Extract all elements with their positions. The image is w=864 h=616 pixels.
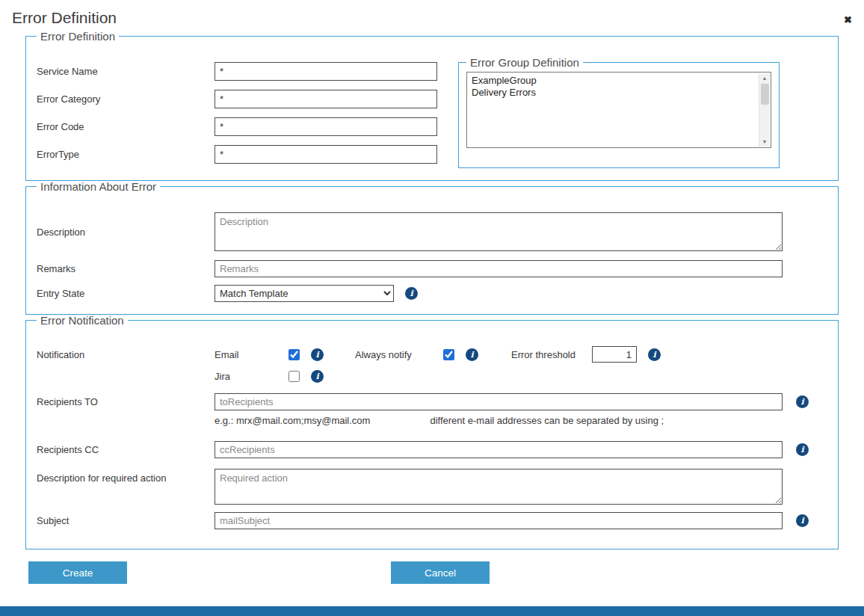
- action-buttons: Create Cancel: [28, 561, 839, 584]
- required-action-row: Description for required action: [35, 469, 829, 505]
- jira-info-icon[interactable]: i: [311, 370, 324, 383]
- subject-info-icon[interactable]: i: [796, 514, 809, 527]
- scroll-down-icon[interactable]: ▼: [759, 137, 770, 147]
- error-code-label: Error Code: [35, 121, 215, 132]
- required-action-textarea[interactable]: [215, 469, 783, 505]
- create-button[interactable]: Create: [28, 561, 127, 584]
- error-definition-form: Error Definition Service Name Error Cate…: [25, 30, 839, 584]
- section-error-definition-legend: Error Definition: [37, 30, 119, 43]
- recipients-cc-label: Recipients CC: [35, 444, 215, 455]
- error-type-row: ErrorType: [35, 145, 448, 164]
- remarks-label: Remarks: [35, 263, 215, 274]
- close-icon[interactable]: ✖: [844, 15, 852, 25]
- list-item[interactable]: Delivery Errors: [472, 87, 754, 99]
- entry-state-select[interactable]: Match Template: [215, 285, 394, 302]
- jira-checkbox[interactable]: [288, 371, 300, 382]
- footer-bar: [0, 606, 864, 616]
- email-hint-note: different e-mail addresses can be separa…: [430, 415, 664, 426]
- scrollbar-thumb[interactable]: [761, 84, 769, 105]
- notification-label: Notification: [35, 349, 215, 360]
- email-label: Email: [215, 349, 288, 360]
- error-code-input[interactable]: [215, 117, 437, 136]
- page-title: Error Definition: [12, 9, 117, 27]
- error-group-definition-legend: Error Group Definition: [466, 56, 583, 69]
- section-error-definition: Error Definition Service Name Error Cate…: [25, 30, 839, 181]
- error-category-row: Error Category: [35, 90, 448, 108]
- cancel-button[interactable]: Cancel: [391, 561, 490, 584]
- error-type-input[interactable]: [215, 145, 437, 164]
- error-category-label: Error Category: [35, 93, 215, 105]
- error-threshold-info-icon[interactable]: i: [648, 348, 661, 361]
- recipients-cc-input[interactable]: [215, 441, 783, 458]
- service-name-input[interactable]: [215, 62, 437, 81]
- remarks-row: Remarks: [35, 260, 829, 277]
- email-hint-example: e.g.: mrx@mail.com;msy@mail.com: [215, 415, 370, 426]
- error-type-label: ErrorType: [35, 149, 215, 160]
- email-info-icon[interactable]: i: [311, 348, 324, 361]
- subject-input[interactable]: [215, 512, 783, 529]
- section-information-legend: Information About Error: [37, 180, 160, 193]
- section-information-about-error: Information About Error Description Rema…: [25, 180, 839, 315]
- error-code-row: Error Code: [35, 117, 448, 136]
- section-notification-legend: Error Notification: [37, 314, 128, 327]
- entry-state-info-icon[interactable]: i: [405, 287, 418, 300]
- recipients-to-label: Recipients TO: [35, 396, 215, 407]
- list-item[interactable]: ExampleGroup: [472, 75, 754, 87]
- recipients-cc-info-icon[interactable]: i: [796, 443, 809, 456]
- dialog-header: Error Definition ✖: [0, 0, 864, 30]
- listbox-scrollbar[interactable]: ▲ ▼: [759, 73, 770, 147]
- always-notify-checkbox[interactable]: [443, 349, 454, 360]
- description-row: Description: [35, 212, 829, 251]
- error-category-input[interactable]: [215, 90, 437, 108]
- jira-label: Jira: [215, 371, 288, 382]
- always-notify-info-icon[interactable]: i: [466, 348, 478, 361]
- subject-row: Subject i: [35, 512, 829, 529]
- entry-state-label: Entry State: [35, 288, 215, 299]
- scroll-up-icon[interactable]: ▲: [759, 73, 770, 83]
- error-group-definition-fieldset: Error Group Definition ExampleGroup Deli…: [458, 56, 780, 168]
- email-hint-row: e.g.: mrx@mail.com;msy@mail.com differen…: [35, 415, 829, 426]
- error-threshold-input[interactable]: [592, 346, 637, 363]
- subject-label: Subject: [35, 515, 215, 526]
- recipients-to-info-icon[interactable]: i: [796, 395, 809, 408]
- error-group-listbox[interactable]: ExampleGroup Delivery Errors ▲ ▼: [466, 72, 771, 148]
- description-label: Description: [35, 227, 215, 238]
- required-action-label: Description for required action: [35, 469, 215, 484]
- notification-row: Notification Email i Always notify i Err…: [35, 346, 829, 363]
- description-textarea[interactable]: [215, 212, 783, 251]
- section-error-notification: Error Notification Notification Email i …: [25, 314, 839, 549]
- service-name-label: Service Name: [35, 66, 215, 77]
- error-threshold-label: Error threshold: [511, 349, 576, 360]
- recipients-to-row: Recipients TO i: [35, 393, 829, 410]
- always-notify-label: Always notify: [355, 349, 443, 360]
- recipients-cc-row: Recipients CC i: [35, 441, 829, 458]
- jira-row: Jira i: [35, 370, 829, 383]
- remarks-input[interactable]: [215, 260, 783, 277]
- entry-state-row: Entry State Match Template i: [35, 285, 829, 302]
- email-checkbox[interactable]: [288, 349, 300, 360]
- recipients-to-input[interactable]: [215, 393, 783, 410]
- service-name-row: Service Name: [35, 62, 448, 81]
